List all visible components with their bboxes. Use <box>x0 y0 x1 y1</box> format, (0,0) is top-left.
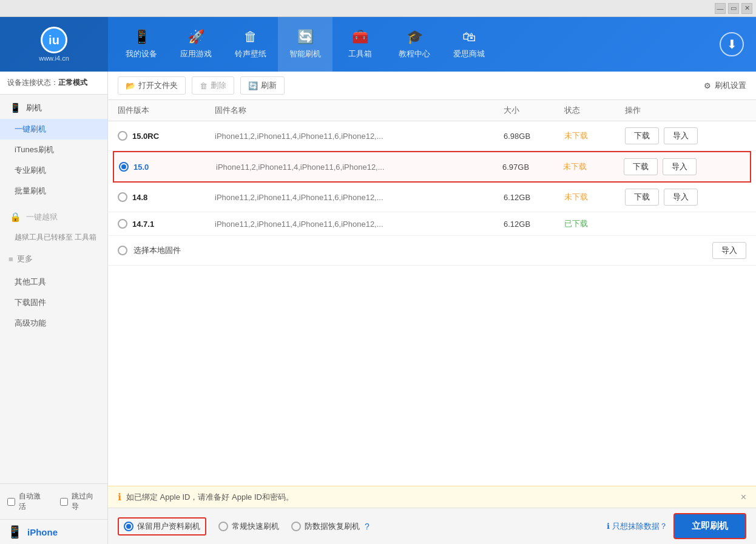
fw-status-3: 未下载 <box>564 192 625 203</box>
download-btn-3[interactable]: 下载 <box>625 189 659 206</box>
open-folder-label: 打开文件夹 <box>138 80 178 91</box>
sidebar-device: 📱 iPhone <box>0 519 107 544</box>
refresh-btn[interactable]: 🔄 刷新 <box>240 76 285 95</box>
import-btn-2[interactable]: 导入 <box>663 158 697 175</box>
flash-now-btn[interactable]: 立即刷机 <box>673 513 746 539</box>
more-icon: ≡ <box>8 255 13 264</box>
maximize-btn[interactable]: ▭ <box>728 3 739 14</box>
sidebar-sub-other-tools[interactable]: 其他工具 <box>0 272 107 292</box>
minimize-btn[interactable]: — <box>715 3 726 14</box>
sidebar-sub-advanced[interactable]: 高级功能 <box>0 313 107 334</box>
sidebar-section-flash: 📱 刷机 一键刷机 iTunes刷机 专业刷机 批量刷机 <box>0 95 107 204</box>
smart-flash-icon: 🔄 <box>297 29 314 45</box>
fw-version-4: 14.7.1 <box>118 219 215 229</box>
fw-size-1: 6.98GB <box>504 132 564 141</box>
import-btn-3[interactable]: 导入 <box>664 189 698 206</box>
flash-option-quick[interactable]: 常规快速刷机 <box>218 521 279 532</box>
main-layout: 设备连接状态：正常模式 📱 刷机 一键刷机 iTunes刷机 专业刷机 批量刷机… <box>0 72 756 544</box>
my-device-icon: 📱 <box>133 29 150 45</box>
nav-item-store[interactable]: 🛍爱思商城 <box>442 17 496 72</box>
sidebar: 设备连接状态：正常模式 📱 刷机 一键刷机 iTunes刷机 专业刷机 批量刷机… <box>0 72 108 544</box>
batch-flash-label: 批量刷机 <box>15 186 46 195</box>
sidebar-sub-pro-flash[interactable]: 专业刷机 <box>0 160 107 181</box>
fw-version-text-4: 14.7.1 <box>132 220 154 229</box>
delete-label: 删除 <box>211 80 226 91</box>
jailbreak-note: 越狱工具已转移至 工具箱 <box>0 228 107 246</box>
download-btn-1[interactable]: 下载 <box>625 127 659 144</box>
title-bar: — ▭ ✕ <box>0 0 756 17</box>
fw-version-1: 15.0RC <box>118 131 215 141</box>
sidebar-sub-one-key-flash[interactable]: 一键刷机 <box>0 119 107 139</box>
firmware-table: 15.0RC iPhone11,2,iPhone11,4,iPhone11,6,… <box>108 121 756 486</box>
content-toolbar: 📂 打开文件夹 🗑 删除 🔄 刷新 ⚙ 刷机设置 <box>108 72 756 100</box>
my-device-label: 我的设备 <box>126 49 157 59</box>
store-label: 爱思商城 <box>453 49 485 59</box>
col-version: 固件版本 <box>118 105 215 116</box>
flash-right: ℹ 只想抹除数据？ 立即刷机 <box>607 513 746 539</box>
logo-url: www.i4.cn <box>39 55 69 62</box>
keep-data-radio[interactable] <box>124 522 133 531</box>
apps-icon: 🚀 <box>188 29 204 45</box>
settings-btn[interactable]: ⚙ 刷机设置 <box>704 80 746 91</box>
download-btn[interactable]: ⬇ <box>720 32 744 56</box>
recover-flash-label: 防数据恢复刷机 <box>305 521 360 532</box>
flash-bar: 保留用户资料刷机 常规快速刷机 防数据恢复刷机 ? ℹ 只想抹除数据？ 立即刷机 <box>108 508 756 544</box>
ringtones-icon: 🗑 <box>244 29 257 45</box>
quick-flash-radio[interactable] <box>218 522 228 531</box>
fw-size-2: 6.97GB <box>502 163 563 172</box>
recover-help-icon[interactable]: ? <box>365 522 370 531</box>
import-btn-1[interactable]: 导入 <box>664 127 698 144</box>
table-row: 15.0RC iPhone11,2,iPhone11,4,iPhone11,6,… <box>108 121 756 151</box>
nav-item-toolbox[interactable]: 🧰工具箱 <box>332 17 387 72</box>
skip-wizard-label: 跳过向导 <box>72 491 101 512</box>
fw-version-2: 15.0 <box>119 162 216 172</box>
fw-name-3: iPhone11,2,iPhone11,4,iPhone11,6,iPhone1… <box>215 193 504 202</box>
refresh-icon: 🔄 <box>248 81 258 90</box>
skip-link-label: 只想抹除数据？ <box>612 521 667 532</box>
keep-data-label: 保留用户资料刷机 <box>137 521 200 532</box>
radio-3[interactable] <box>118 192 127 202</box>
import-btn-local[interactable]: 导入 <box>712 242 746 259</box>
close-btn[interactable]: ✕ <box>741 3 752 14</box>
sidebar-options: 自动激活 跳过向导 <box>0 483 107 519</box>
skip-link[interactable]: ℹ 只想抹除数据？ <box>607 521 667 532</box>
device-name: iPhone <box>27 527 58 537</box>
notif-text: 如已绑定 Apple ID，请准备好 Apple ID和密码。 <box>126 492 294 503</box>
skip-link-icon: ℹ <box>607 522 610 531</box>
recover-flash-radio[interactable] <box>291 522 301 531</box>
flash-option-recover[interactable]: 防数据恢复刷机 ? <box>291 521 370 532</box>
device-status: 设备连接状态：正常模式 <box>0 72 107 95</box>
flash-btn-label: 立即刷机 <box>692 520 728 531</box>
skip-wizard-checkbox[interactable] <box>60 498 68 506</box>
toolbox-label: 工具箱 <box>348 49 372 59</box>
nav-item-tutorial[interactable]: 🎓教程中心 <box>387 17 442 72</box>
logo-area: iu www.i4.cn <box>0 17 108 72</box>
download-fw-label: 下载固件 <box>15 298 46 307</box>
open-folder-btn[interactable]: 📂 打开文件夹 <box>118 76 186 95</box>
radio-local[interactable] <box>118 246 127 255</box>
sidebar-sub-download-fw[interactable]: 下载固件 <box>0 292 107 313</box>
sidebar-sub-itunes-flash[interactable]: iTunes刷机 <box>0 139 107 160</box>
itunes-flash-label: iTunes刷机 <box>15 145 54 154</box>
sidebar-item-flash[interactable]: 📱 刷机 <box>0 97 107 119</box>
sidebar-item-jailbreak: 🔒 一键越狱 <box>0 206 107 228</box>
radio-1[interactable] <box>118 131 127 141</box>
nav-item-apps[interactable]: 🚀应用游戏 <box>169 17 223 72</box>
settings-label: 刷机设置 <box>715 80 746 91</box>
download-btn-2[interactable]: 下载 <box>624 158 658 175</box>
advanced-label: 高级功能 <box>15 318 46 327</box>
delete-icon: 🗑 <box>200 81 208 90</box>
flash-option-keep-data[interactable]: 保留用户资料刷机 <box>118 517 206 536</box>
notif-close-btn[interactable]: × <box>741 492 746 503</box>
auto-activate-checkbox[interactable] <box>7 498 15 506</box>
radio-4[interactable] <box>118 219 127 229</box>
sidebar-sub-batch-flash[interactable]: 批量刷机 <box>0 181 107 201</box>
col-status: 状态 <box>564 105 625 116</box>
header: iu www.i4.cn 📱我的设备🚀应用游戏🗑铃声壁纸🔄智能刷机🧰工具箱🎓教程… <box>0 17 756 72</box>
delete-btn[interactable]: 🗑 删除 <box>192 76 234 95</box>
nav-item-smart-flash[interactable]: 🔄智能刷机 <box>278 17 332 72</box>
nav-item-my-device[interactable]: 📱我的设备 <box>114 17 169 72</box>
radio-2[interactable] <box>119 162 129 172</box>
nav-item-ringtones[interactable]: 🗑铃声壁纸 <box>223 17 278 72</box>
table-row-4: 14.7.1 iPhone11,2,iPhone11,4,iPhone11,6,… <box>108 212 756 236</box>
